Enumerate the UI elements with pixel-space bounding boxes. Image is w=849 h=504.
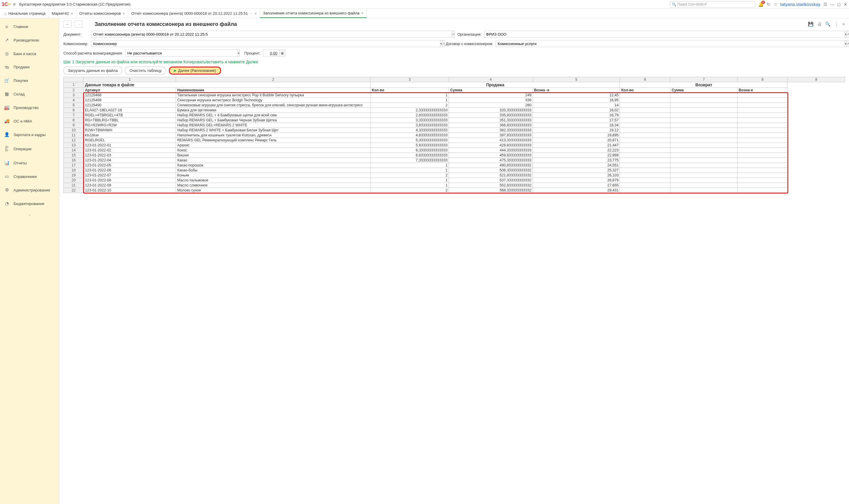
table-row[interactable]: 14 123-01-2022-02 Кокос 6,33333333333333… bbox=[64, 148, 845, 153]
table-row[interactable]: 8 RG+TBBLRG+TBBL Набор REMARS GEL + Бамб… bbox=[64, 118, 845, 123]
tab-report-doc[interactable]: Отчет комиссионера (агента) 0000-000018 … bbox=[128, 9, 260, 18]
cell-qty[interactable]: 5,33333333333333 bbox=[370, 138, 449, 143]
cell-fee[interactable]: 22,999 bbox=[533, 153, 620, 158]
cell-fee[interactable]: 18,34 bbox=[533, 123, 620, 128]
table-row[interactable]: 6 ELA027-18ELA027-18 Бумага для оргтехни… bbox=[64, 108, 845, 113]
calc-method-input[interactable] bbox=[125, 50, 238, 57]
cell-qty[interactable]: 1 bbox=[370, 168, 449, 173]
cell-fee2[interactable] bbox=[737, 143, 788, 148]
cell-qty2[interactable] bbox=[620, 93, 670, 98]
table-row[interactable]: 13 123-01-2022-01 Арахис 5,8333333333333… bbox=[64, 143, 845, 148]
cell-fee2[interactable] bbox=[737, 108, 788, 113]
cell-article[interactable]: 123-01-2022-02 bbox=[84, 148, 176, 153]
close-icon[interactable]: × bbox=[255, 11, 257, 16]
cell-name[interactable]: Вишня bbox=[176, 153, 370, 158]
cell-qty[interactable]: 1 bbox=[370, 93, 449, 98]
col-header[interactable]: 1 bbox=[84, 77, 176, 82]
cell-article[interactable]: 12125490 bbox=[84, 103, 176, 108]
cell-fee2[interactable] bbox=[737, 103, 788, 108]
cell-qty[interactable]: 5,83333333333333 bbox=[370, 143, 449, 148]
cell-qty2[interactable] bbox=[620, 148, 670, 153]
cell-article[interactable]: 123-01-2022-05 bbox=[84, 163, 176, 168]
cell-qty2[interactable] bbox=[620, 158, 670, 163]
cell-name[interactable]: Набор REMARS GEL + Бамбуковая Черная Зуб… bbox=[176, 118, 370, 123]
cell-article[interactable]: 123-01-2022-06 bbox=[84, 168, 176, 173]
cell-fee[interactable]: 19,895 bbox=[533, 133, 620, 138]
cell-sum2[interactable] bbox=[670, 183, 738, 188]
cell-sum2[interactable] bbox=[670, 103, 738, 108]
cell-sum2[interactable] bbox=[670, 123, 738, 128]
cell-sum2[interactable] bbox=[670, 118, 738, 123]
cell-fee2[interactable] bbox=[737, 148, 788, 153]
cell-article[interactable]: 123-01-2022-01 bbox=[84, 143, 176, 148]
cell-fee2[interactable] bbox=[737, 173, 788, 178]
cell-qty[interactable]: 1 bbox=[370, 178, 449, 183]
cell-qty[interactable]: 2,33333333333333 bbox=[370, 108, 449, 113]
cell-sum2[interactable] bbox=[670, 108, 738, 113]
open-commissioner-button[interactable]: ↗ bbox=[442, 40, 445, 47]
cell-fee[interactable]: 12,45 bbox=[533, 93, 620, 98]
cell-qty[interactable]: 1 bbox=[370, 163, 449, 168]
close-icon[interactable]: × bbox=[361, 11, 363, 16]
cell-fee[interactable]: 23,775 bbox=[533, 158, 620, 163]
open-org-button[interactable]: ↗ bbox=[847, 31, 849, 38]
favorite-icon[interactable]: ☆ bbox=[774, 2, 777, 7]
open-doc-button[interactable]: ↗ bbox=[452, 31, 454, 38]
table-row[interactable]: 3 12125488 Тактильная сенсорная игрушка … bbox=[64, 93, 845, 98]
cell-qty[interactable]: 2 bbox=[370, 188, 449, 193]
col-header[interactable]: 9 bbox=[788, 77, 845, 82]
clear-table-button[interactable]: Очистить таблицу bbox=[125, 67, 166, 74]
cell-name[interactable]: Тактильная сенсорная игрушка антистресс … bbox=[176, 93, 370, 98]
cell-fee2[interactable] bbox=[737, 123, 788, 128]
cell-sum2[interactable] bbox=[670, 163, 738, 168]
cell-qty2[interactable] bbox=[620, 168, 670, 173]
cell-qty2[interactable] bbox=[620, 123, 670, 128]
cell-qty2[interactable] bbox=[620, 188, 670, 193]
cell-sum[interactable]: 335,833333333333 bbox=[449, 113, 533, 118]
cell-article[interactable]: 12125489 bbox=[84, 98, 176, 103]
cell-fee[interactable]: 16,95 bbox=[533, 98, 620, 103]
cell-qty2[interactable] bbox=[620, 103, 670, 108]
cell-qty[interactable]: 6,33333333333333 bbox=[370, 148, 449, 153]
table-row[interactable]: 16 123-01-2022-04 Какао 7,33333333333333… bbox=[64, 158, 845, 163]
org-input[interactable] bbox=[484, 31, 845, 38]
cell-sum2[interactable] bbox=[670, 128, 738, 133]
cell-fee[interactable]: 14 bbox=[533, 103, 620, 108]
sidebar-item-purchases[interactable]: 🛒Покупки bbox=[0, 74, 59, 87]
cell-sum[interactable]: 428,833333333333 bbox=[449, 143, 533, 148]
cell-sum2[interactable] bbox=[670, 113, 738, 118]
sidebar-item-production[interactable]: 🏭Производство bbox=[0, 101, 59, 114]
sidebar-item-main[interactable]: ≡Главное bbox=[0, 20, 59, 33]
settings-icon[interactable]: ☰ bbox=[824, 2, 827, 7]
cell-article[interactable]: 123-01-2022-03 bbox=[84, 153, 176, 158]
cell-fee[interactable]: 17,57 bbox=[533, 118, 620, 123]
cell-qty[interactable]: 2 bbox=[370, 103, 449, 108]
col-header[interactable]: 6 bbox=[620, 77, 670, 82]
percent-calc-button[interactable]: ▦ bbox=[279, 50, 285, 57]
cell-sum2[interactable] bbox=[670, 148, 738, 153]
table-row[interactable]: 20 123-01-2022-08 Масло пальмовое 1 537,… bbox=[64, 178, 845, 183]
cell-sum[interactable]: 568,333333333332 bbox=[449, 188, 533, 193]
cell-sum2[interactable] bbox=[670, 158, 738, 163]
notifications-icon[interactable]: 🔔1 bbox=[758, 2, 764, 7]
cell-qty2[interactable] bbox=[620, 173, 670, 178]
cell-qty2[interactable] bbox=[620, 138, 670, 143]
cell-qty[interactable]: 3,33333333333333 bbox=[370, 118, 449, 123]
commissioner-input[interactable] bbox=[91, 40, 440, 47]
cell-fee2[interactable] bbox=[737, 163, 788, 168]
table-row[interactable]: 4 12125489 Сенсорная игрушка антистресс … bbox=[64, 98, 845, 103]
cell-sum2[interactable] bbox=[670, 93, 738, 98]
cell-qty2[interactable] bbox=[620, 113, 670, 118]
cell-sum2[interactable] bbox=[670, 98, 738, 103]
cell-name[interactable]: REMARS GEL Реминерализующий комплекс Рем… bbox=[176, 138, 370, 143]
cell-article[interactable]: RG+TBBLRG+TBBL bbox=[84, 118, 176, 123]
cell-qty[interactable]: 6,83333333333333 bbox=[370, 153, 449, 158]
cell-sum[interactable]: 351,333333333333 bbox=[449, 118, 533, 123]
close-window-button[interactable]: ✕ bbox=[844, 2, 847, 7]
sidebar-item-admin[interactable]: ⚙Администрирование bbox=[0, 183, 59, 197]
cell-name[interactable]: Наполнитель для кошачьих туалетов Kotosa… bbox=[176, 133, 370, 138]
maximize-button[interactable]: ◻ bbox=[837, 2, 841, 7]
cell-qty[interactable]: 4,33333333333333 bbox=[370, 128, 449, 133]
cell-article[interactable]: 123-01-2022-07 bbox=[84, 173, 176, 178]
tab-reports[interactable]: Отчеты комиссионеров × bbox=[76, 9, 128, 18]
